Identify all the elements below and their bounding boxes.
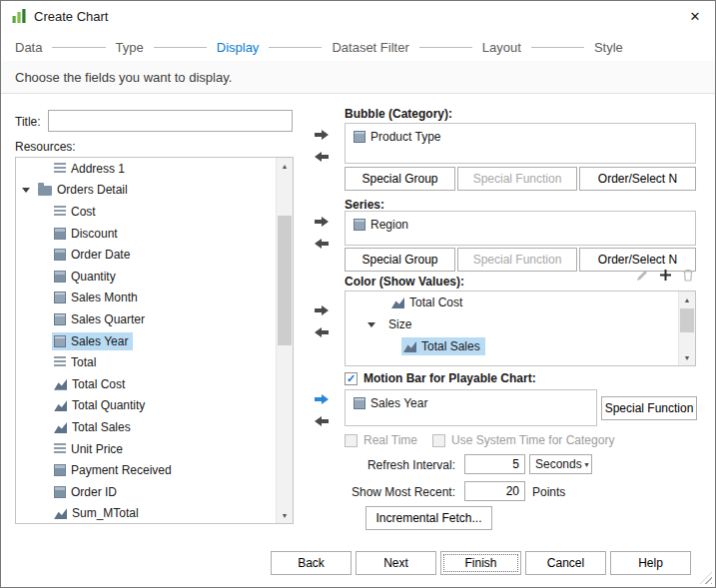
window-title: Create Chart — [34, 9, 108, 24]
series-special-function-button: Special Function — [457, 248, 577, 272]
close-icon[interactable]: ✕ — [681, 4, 709, 28]
tab-type[interactable]: Type — [116, 40, 144, 55]
tree-item-label: Total Sales — [72, 420, 131, 434]
tab-dataset-filter[interactable]: Dataset Filter — [332, 40, 408, 55]
tree-item[interactable]: Orders Detail — [16, 180, 276, 202]
field-icon — [354, 219, 365, 231]
scroll-down-icon[interactable]: ▼ — [277, 507, 293, 523]
tree-item-label: Total Cost — [409, 295, 462, 309]
add-plus-icon[interactable] — [659, 269, 672, 282]
tree-item[interactable]: Payment Received — [16, 459, 276, 481]
refresh-interval-input[interactable] — [464, 454, 525, 474]
series-move-right-button[interactable] — [308, 212, 336, 231]
color-move-left-button[interactable] — [308, 322, 336, 341]
motion-bar-checkbox-row: ✓ Motion Bar for Playable Chart: — [345, 371, 536, 385]
scroll-down-icon[interactable]: ▼ — [679, 349, 695, 365]
expander-icon[interactable] — [367, 322, 381, 327]
tree-item[interactable]: Quantity — [16, 266, 276, 288]
tree-item-label: Quantity — [71, 270, 116, 284]
step-divider — [154, 47, 207, 48]
titlebar: Create Chart ✕ — [1, 1, 715, 31]
tree-item-label: Payment Received — [71, 463, 172, 477]
step-divider — [269, 47, 322, 48]
motion-move-left-button[interactable] — [308, 411, 336, 430]
next-button[interactable]: Next — [356, 551, 436, 575]
resources-scrollbar[interactable]: ▲ ▼ — [276, 158, 293, 523]
real-time-checkbox — [345, 434, 358, 447]
tree-item-label: Orders Detail — [57, 183, 128, 197]
bubble-move-right-button[interactable] — [308, 125, 336, 144]
cancel-button[interactable]: Cancel — [525, 551, 606, 575]
tree-item[interactable]: Discount — [16, 223, 276, 245]
tab-style[interactable]: Style — [594, 40, 623, 55]
app-chart-icon — [11, 8, 27, 24]
color-move-right-button[interactable] — [308, 300, 336, 319]
field-icon — [54, 356, 66, 368]
tree-item[interactable]: Total Sales — [346, 335, 678, 357]
tree-item-label: Size — [388, 317, 411, 331]
incremental-fetch-button[interactable]: Incremental Fetch... — [365, 506, 492, 530]
tab-display[interactable]: Display — [217, 40, 260, 55]
color-field-tree: Total Cost Size Total Sales ▲ — [345, 291, 696, 366]
tree-item-label: Sales Quarter — [71, 312, 145, 326]
series-label: Series: — [345, 198, 384, 212]
tree-item[interactable]: Size — [346, 313, 678, 335]
tab-data[interactable]: Data — [15, 40, 42, 55]
chart-title-input[interactable] — [48, 110, 293, 132]
real-time-label: Real Time — [363, 433, 417, 447]
delete-trash-icon — [682, 269, 694, 282]
create-chart-dialog: Create Chart ✕ Data Type Display Dataset… — [0, 0, 716, 588]
scroll-up-icon[interactable]: ▲ — [679, 292, 695, 307]
tree-item[interactable]: Total Sales — [16, 416, 276, 438]
tree-item[interactable]: Sales Year — [16, 330, 276, 352]
tree-item[interactable]: Address 1 — [16, 158, 276, 180]
tree-item[interactable]: Cost — [16, 201, 276, 223]
help-button[interactable]: Help — [610, 551, 691, 575]
bubble-move-left-button[interactable] — [308, 147, 336, 166]
series-special-group-button[interactable]: Special Group — [345, 248, 455, 272]
page-subtitle: Choose the fields you want to display. — [1, 61, 715, 94]
field-icon — [403, 340, 416, 352]
tree-item[interactable]: Sales Month — [16, 288, 276, 309]
expander-icon[interactable] — [22, 188, 36, 193]
refresh-unit-select[interactable]: Seconds ▼ — [529, 454, 592, 474]
scrollbar-thumb[interactable] — [680, 308, 694, 332]
show-most-recent-input[interactable] — [464, 481, 525, 501]
motion-move-right-button[interactable] — [308, 389, 336, 408]
back-button[interactable]: Back — [271, 551, 352, 575]
tree-item[interactable]: Unit Price — [16, 438, 276, 460]
chevron-down-icon[interactable]: ▼ — [582, 455, 591, 473]
system-time-label: Use System Time for Category — [451, 433, 614, 447]
tree-item[interactable]: Order Date — [16, 244, 276, 266]
list-item[interactable]: Region — [346, 212, 695, 237]
motion-field-list: Sales Year — [345, 389, 597, 426]
motion-special-function-button[interactable]: Special Function — [601, 396, 697, 420]
motion-bar-checkbox[interactable]: ✓ — [345, 372, 358, 385]
field-icon — [354, 397, 365, 409]
tree-item-label: Total Cost — [72, 377, 125, 391]
tree-item[interactable]: Total — [16, 351, 276, 373]
series-field-list: Region — [345, 211, 696, 246]
tree-item-label: Cost — [71, 205, 96, 219]
tree-item[interactable]: Total Cost — [16, 373, 276, 395]
tree-item-label: Total — [71, 355, 96, 369]
series-move-left-button[interactable] — [308, 234, 336, 253]
edit-pencil-icon — [636, 269, 649, 282]
list-item-label: Product Type — [370, 130, 441, 144]
tree-item[interactable]: Order ID — [16, 481, 276, 503]
tab-layout[interactable]: Layout — [482, 40, 521, 55]
tree-item[interactable]: Total Quantity — [16, 395, 276, 417]
tree-item[interactable]: Total Cost — [346, 292, 678, 313]
resize-grip[interactable] — [700, 572, 712, 584]
field-icon — [54, 313, 66, 325]
list-item[interactable]: Sales Year — [346, 390, 596, 415]
bubble-special-group-button[interactable]: Special Group — [345, 167, 455, 191]
tree-item[interactable]: Sum_MTotal — [16, 503, 276, 525]
list-item[interactable]: Product Type — [346, 124, 695, 149]
scrollbar-thumb[interactable] — [278, 216, 292, 345]
color-scrollbar[interactable]: ▲ ▼ — [678, 292, 695, 365]
bubble-order-select-button[interactable]: Order/Select N — [579, 167, 696, 191]
tree-item[interactable]: Sales Quarter — [16, 308, 276, 330]
finish-button[interactable]: Finish — [440, 551, 521, 575]
scroll-up-icon[interactable]: ▲ — [277, 158, 293, 174]
